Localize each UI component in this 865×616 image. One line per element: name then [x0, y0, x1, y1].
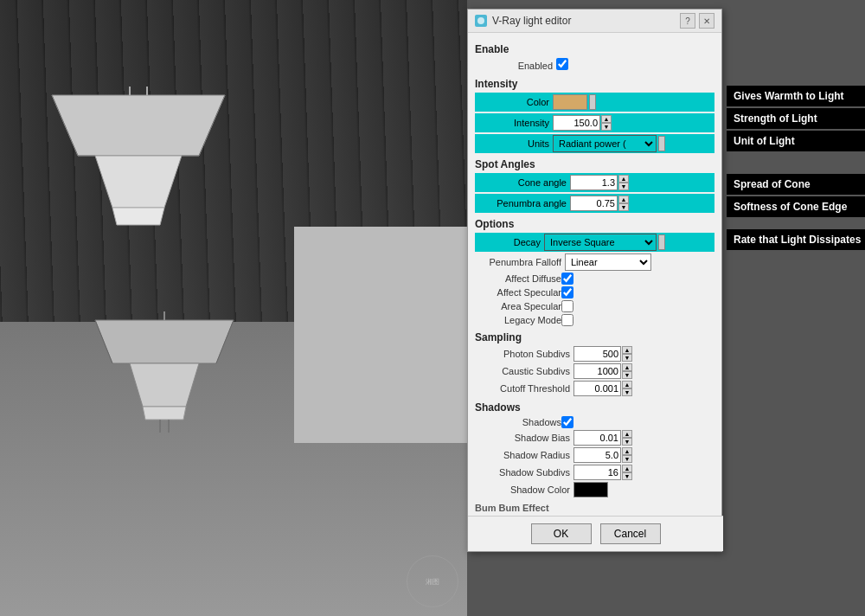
shadow-bias-spinner: ▲ ▼: [573, 430, 632, 446]
penumbra-falloff-label: Penumbra Falloff: [475, 257, 561, 267]
cone-angle-up[interactable]: ▲: [618, 175, 629, 183]
cone-angle-input[interactable]: [570, 175, 618, 190]
section-bumpmap: Bum Bum Effect: [475, 503, 714, 513]
intensity-down[interactable]: ▼: [601, 123, 612, 131]
section-intensity: Intensity: [475, 78, 714, 90]
shadow-subdivs-input[interactable]: [573, 465, 621, 480]
affect-specular-checkbox[interactable]: [561, 286, 573, 298]
fixture-bottom: [78, 311, 251, 433]
photon-subdivs-label: Photon Subdivs: [475, 349, 570, 359]
intensity-spinner: ▲ ▼: [553, 115, 612, 131]
close-button[interactable]: ✕: [699, 13, 714, 29]
watermark: 湘图: [407, 555, 458, 607]
shadow-subdivs-down[interactable]: ▼: [622, 472, 632, 480]
cutoff-threshold-spinner: ▲ ▼: [573, 381, 632, 396]
affect-specular-row: Affect Specular: [475, 286, 714, 298]
shadow-radius-input[interactable]: [573, 447, 621, 463]
cone-angle-down[interactable]: ▼: [618, 183, 629, 190]
shadow-color-label: Shadow Color: [475, 484, 570, 495]
shadows-row: Shadows: [475, 416, 714, 428]
units-dropdown[interactable]: Radiant power (: [553, 135, 657, 152]
cutoff-threshold-row: Cutoff Threshold ▲ ▼: [475, 381, 714, 396]
shadow-radius-row: Shadow Radius ▲ ▼: [475, 447, 714, 463]
penumbra-angle-spinner: ▲ ▼: [570, 196, 629, 211]
ok-button[interactable]: OK: [531, 523, 592, 544]
decay-arrow[interactable]: [658, 234, 665, 250]
shadow-subdivs-up[interactable]: ▲: [622, 465, 632, 472]
shadow-radius-spinner: ▲ ▼: [573, 447, 632, 463]
cutoff-threshold-up[interactable]: ▲: [622, 381, 632, 388]
shadow-radius-up[interactable]: ▲: [622, 447, 632, 455]
photon-subdivs-down[interactable]: ▼: [622, 354, 632, 362]
cutoff-threshold-label: Cutoff Threshold: [475, 383, 570, 394]
units-label: Units: [475, 138, 553, 149]
legacy-mode-checkbox[interactable]: [561, 314, 573, 326]
caustic-subdivs-label: Caustic Subdivs: [475, 366, 570, 376]
cancel-button[interactable]: Cancel: [600, 523, 661, 544]
shadow-bias-input[interactable]: [573, 430, 621, 446]
annotation-strength: Strength of Light: [727, 108, 865, 129]
penumbra-falloff-dropdown[interactable]: Linear: [565, 253, 651, 271]
caustic-subdivs-row: Caustic Subdivs ▲ ▼: [475, 363, 714, 379]
penumbra-angle-label: Penumbra angle: [475, 198, 570, 209]
vray-icon: [475, 15, 487, 27]
penumbra-angle-row: Penumbra angle ▲ ▼: [475, 194, 714, 213]
cutoff-threshold-input[interactable]: [573, 381, 621, 396]
fixture-top: [26, 87, 251, 242]
dialog-titlebar: V-Ray light editor ? ✕: [468, 10, 721, 33]
penumbra-angle-up[interactable]: ▲: [618, 196, 629, 203]
area-specular-checkbox[interactable]: [561, 300, 573, 312]
shadow-radius-down[interactable]: ▼: [622, 455, 632, 463]
section-spot-angles: Spot Angles: [475, 158, 714, 170]
shadow-bias-label: Shadow Bias: [475, 433, 570, 443]
shadow-bias-up[interactable]: ▲: [622, 430, 632, 438]
penumbra-angle-down[interactable]: ▼: [618, 203, 629, 211]
caustic-subdivs-down[interactable]: ▼: [622, 371, 632, 379]
enabled-row: Enabled: [475, 58, 714, 73]
caustic-subdivs-spinner: ▲ ▼: [573, 363, 632, 379]
svg-marker-2: [112, 208, 164, 225]
affect-diffuse-checkbox[interactable]: [561, 273, 573, 285]
color-row: Color: [475, 93, 714, 112]
annotation-warmth: Gives Warmth to Light: [727, 86, 865, 106]
color-arrow[interactable]: [589, 94, 596, 110]
svg-marker-0: [52, 95, 225, 156]
units-arrow[interactable]: [658, 136, 665, 151]
color-label: Color: [475, 97, 553, 107]
enabled-checkbox[interactable]: [556, 58, 568, 70]
dialog-body: Enable Enabled Intensity Color Intensity: [468, 33, 721, 551]
decay-dropdown[interactable]: Inverse Square: [544, 234, 657, 251]
svg-point-17: [477, 17, 484, 24]
annotations-container: Gives Warmth to Light Strength of Light …: [727, 9, 865, 250]
dialog-container: V-Ray light editor ? ✕ Enable Enabled In…: [467, 0, 865, 616]
caustic-subdivs-up[interactable]: ▲: [622, 363, 632, 371]
section-sampling: Sampling: [475, 331, 714, 343]
shadow-bias-down[interactable]: ▼: [622, 438, 632, 446]
photon-subdivs-row: Photon Subdivs ▲ ▼: [475, 346, 714, 362]
intensity-input[interactable]: [553, 115, 600, 131]
photon-subdivs-input[interactable]: [573, 346, 621, 362]
decay-label: Decay: [475, 237, 544, 247]
svg-marker-9: [95, 320, 234, 363]
section-enable: Enable: [475, 43, 714, 55]
caustic-subdivs-input[interactable]: [573, 363, 621, 379]
shadow-color-row: Shadow Color: [475, 482, 714, 497]
affect-diffuse-row: Affect Diffuse: [475, 273, 714, 285]
shadows-checkbox[interactable]: [561, 416, 573, 428]
color-swatch[interactable]: [553, 94, 587, 110]
shadow-radius-label: Shadow Radius: [475, 450, 570, 460]
intensity-up[interactable]: ▲: [601, 115, 612, 123]
cutoff-threshold-down[interactable]: ▼: [622, 388, 632, 396]
titlebar-controls: ? ✕: [680, 13, 714, 29]
shadow-subdivs-label: Shadow Subdivs: [475, 467, 570, 478]
dialog-title: V-Ray light editor: [492, 15, 571, 27]
shadow-subdivs-spinner: ▲ ▼: [573, 465, 632, 480]
intensity-row: Intensity ▲ ▼: [475, 113, 714, 132]
units-row: Units Radiant power (: [475, 134, 714, 153]
photon-subdivs-up[interactable]: ▲: [622, 346, 632, 354]
shadow-color-swatch[interactable]: [573, 482, 608, 497]
penumbra-angle-input[interactable]: [570, 196, 618, 211]
shadows-label: Shadows: [484, 417, 561, 427]
help-button[interactable]: ?: [680, 13, 695, 29]
annotation-unit: Unit of Light: [727, 131, 865, 151]
